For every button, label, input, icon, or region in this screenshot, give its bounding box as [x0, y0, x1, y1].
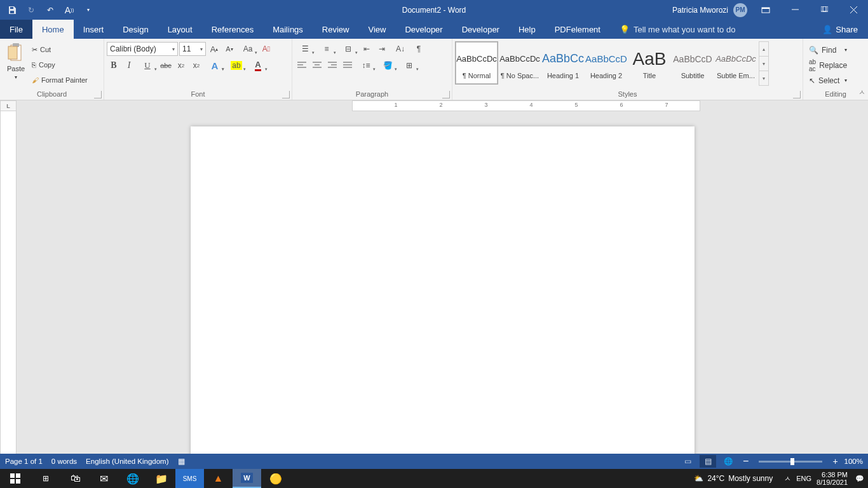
- highlight-button[interactable]: ab▾: [226, 58, 247, 72]
- align-right-button[interactable]: [325, 58, 339, 72]
- zoom-slider[interactable]: [759, 461, 822, 463]
- tab-pdfelement[interactable]: PDFelement: [545, 20, 610, 39]
- strikethrough-button[interactable]: abc: [159, 58, 173, 72]
- style-item[interactable]: AaBbCcDcSubtle Em...: [714, 41, 757, 85]
- superscript-button[interactable]: x2: [189, 58, 203, 72]
- taskbar-app-chrome[interactable]: 🟡: [261, 469, 290, 488]
- tab-developer1[interactable]: Developer: [395, 20, 452, 39]
- save-icon[interactable]: [5, 3, 19, 17]
- task-view-button[interactable]: ⊞: [31, 469, 61, 488]
- tab-help[interactable]: Help: [509, 20, 545, 39]
- text-effects-button[interactable]: A▾: [205, 58, 225, 72]
- zoom-out-button[interactable]: −: [740, 456, 751, 467]
- style-item[interactable]: AaBbCcDc¶ Normal: [455, 41, 498, 85]
- tab-design[interactable]: Design: [113, 20, 158, 39]
- tab-layout[interactable]: Layout: [158, 20, 202, 39]
- zoom-in-button[interactable]: +: [830, 456, 840, 466]
- ribbon-display-icon[interactable]: [751, 0, 780, 20]
- style-item[interactable]: AaBbCcDc¶ No Spac...: [498, 41, 541, 85]
- taskbar-app-store[interactable]: 🛍: [61, 469, 90, 488]
- style-item[interactable]: AaBbCcDHeading 2: [585, 41, 628, 85]
- justify-button[interactable]: [341, 58, 355, 72]
- taskbar-app-sms[interactable]: SMS: [175, 469, 204, 488]
- numbering-button[interactable]: ≡▾: [316, 42, 337, 56]
- page[interactable]: [191, 126, 695, 454]
- style-item[interactable]: AaBbCcDSubtitle: [671, 41, 714, 85]
- sort-button[interactable]: A↓: [390, 42, 410, 56]
- change-case-button[interactable]: Aa▾: [238, 42, 258, 56]
- user-account[interactable]: Patricia Mworozi PM: [672, 3, 751, 17]
- tab-mailings[interactable]: Mailings: [263, 20, 313, 39]
- borders-button[interactable]: ⊞▾: [399, 58, 419, 72]
- line-spacing-button[interactable]: ↕≡▾: [356, 58, 376, 72]
- font-name-combo[interactable]: Calibri (Body)▾: [107, 42, 178, 56]
- find-button[interactable]: 🔍Find▾: [807, 43, 849, 57]
- align-center-button[interactable]: [310, 58, 324, 72]
- replace-button[interactable]: abacReplace: [807, 58, 849, 72]
- multilevel-button[interactable]: ⊟▾: [338, 42, 358, 56]
- print-layout-icon[interactable]: ▤: [700, 455, 716, 468]
- collapse-ribbon-icon[interactable]: ㅅ: [858, 88, 865, 97]
- tab-review[interactable]: Review: [313, 20, 359, 39]
- word-count[interactable]: 0 words: [51, 458, 77, 465]
- tray-language[interactable]: ENG: [796, 475, 811, 482]
- select-button[interactable]: ↖Select▾: [807, 74, 849, 88]
- page-count[interactable]: Page 1 of 1: [5, 458, 43, 465]
- action-center-icon[interactable]: 💬: [855, 475, 864, 483]
- close-icon[interactable]: [839, 0, 868, 20]
- cut-button[interactable]: ✂Cut: [31, 43, 89, 57]
- tab-references[interactable]: References: [202, 20, 263, 39]
- taskbar-app-mail[interactable]: ✉: [90, 469, 118, 488]
- qat-dropdown-icon[interactable]: ▾: [81, 3, 95, 17]
- style-item[interactable]: AaBTitle: [628, 41, 671, 85]
- copy-button[interactable]: ⎘Copy: [31, 58, 89, 72]
- decrease-indent-button[interactable]: ⇤: [360, 42, 374, 56]
- taskbar-weather[interactable]: ⛅ 24°C Mostly sunny: [694, 474, 779, 483]
- style-gallery[interactable]: AaBbCcDc¶ NormalAaBbCcDc¶ No Spac...AaBb…: [455, 41, 757, 85]
- subscript-button[interactable]: x2: [174, 58, 188, 72]
- format-painter-button[interactable]: 🖌Format Painter: [31, 73, 89, 88]
- tab-file[interactable]: File: [0, 20, 32, 39]
- tab-home[interactable]: Home: [32, 20, 74, 39]
- paragraph-dialog-launch[interactable]: [442, 91, 450, 98]
- read-mode-icon[interactable]: ▭: [679, 455, 696, 468]
- tab-developer2[interactable]: Developer: [452, 20, 509, 39]
- paste-button[interactable]: Paste▾: [3, 41, 29, 88]
- refresh-icon[interactable]: ↻: [24, 3, 38, 17]
- clear-formatting-button[interactable]: A⃠: [259, 42, 273, 56]
- font-size-combo[interactable]: 11▾: [179, 42, 206, 56]
- bold-button[interactable]: B: [107, 58, 121, 72]
- underline-button[interactable]: U▾: [137, 58, 158, 72]
- taskbar-clock[interactable]: 6:38 PM 8/19/2021: [817, 471, 850, 486]
- increase-indent-button[interactable]: ⇥: [375, 42, 389, 56]
- minimize-icon[interactable]: [780, 0, 810, 20]
- taskbar-app-edge[interactable]: 🌐: [118, 469, 147, 488]
- italic-button[interactable]: I: [122, 58, 136, 72]
- align-left-button[interactable]: [295, 58, 309, 72]
- styles-dialog-launch[interactable]: [793, 91, 801, 98]
- tab-selector[interactable]: L: [0, 100, 17, 111]
- tab-insert[interactable]: Insert: [74, 20, 114, 39]
- font-color-button[interactable]: A▾: [248, 58, 268, 72]
- vertical-ruler[interactable]: [0, 111, 17, 454]
- taskbar-app-vlc[interactable]: ▲: [204, 469, 233, 488]
- undo-icon[interactable]: ↶: [43, 3, 57, 17]
- tell-me-search[interactable]: 💡 Tell me what you want to do: [610, 20, 735, 39]
- maximize-icon[interactable]: [810, 0, 839, 20]
- zoom-level[interactable]: 100%: [844, 458, 863, 465]
- shrink-font-button[interactable]: A▾: [222, 42, 236, 56]
- tab-view[interactable]: View: [358, 20, 395, 39]
- style-scroll[interactable]: ▴▾▾: [759, 41, 769, 86]
- web-layout-icon[interactable]: 🌐: [720, 455, 736, 468]
- font-dialog-launch[interactable]: [282, 91, 290, 98]
- clipboard-dialog-launch[interactable]: [94, 91, 102, 98]
- horizontal-ruler[interactable]: 1234567: [352, 100, 700, 111]
- share-button[interactable]: 👤 Share: [812, 20, 868, 39]
- bullets-button[interactable]: ☰▾: [295, 42, 315, 56]
- shading-button[interactable]: 🪣▾: [377, 58, 398, 72]
- style-item[interactable]: AaBbCcHeading 1: [541, 41, 585, 85]
- document-canvas[interactable]: [17, 111, 868, 454]
- taskbar-app-explorer[interactable]: 📁: [147, 469, 175, 488]
- language[interactable]: English (United Kingdom): [86, 458, 168, 465]
- taskbar-app-word[interactable]: W: [233, 469, 261, 488]
